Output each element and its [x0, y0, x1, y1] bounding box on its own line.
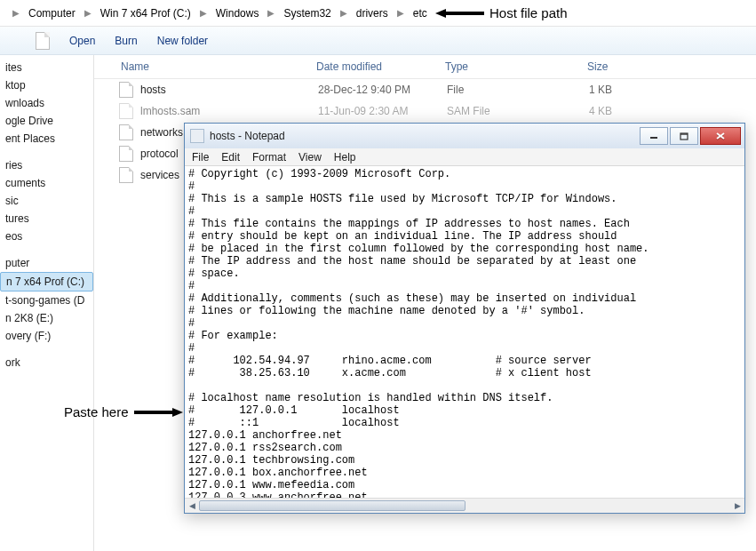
sidebar-item[interactable]: ktop [0, 76, 93, 94]
sidebar: ites ktop wnloads ogle Drive ent Places … [0, 55, 94, 551]
sidebar-item[interactable]: puter [0, 254, 93, 272]
minimize-button[interactable] [640, 127, 668, 145]
notepad-icon [190, 129, 204, 143]
file-size: 1 KB [589, 84, 678, 96]
sidebar-item[interactable]: ent Places [0, 130, 93, 148]
breadcrumb-item[interactable]: Computer [25, 5, 79, 21]
annotation-paste-here: Paste here [64, 404, 183, 419]
sidebar-item[interactable]: t-song-games (D [0, 291, 93, 309]
file-name: lmhosts.sam [140, 105, 318, 117]
chevron-right-icon: ▶ [335, 8, 353, 18]
sidebar-item[interactable]: n 2K8 (E:) [0, 309, 93, 327]
file-icon [119, 167, 133, 183]
sidebar-item[interactable]: ork [0, 354, 93, 371]
col-date[interactable]: Date modified [316, 60, 445, 73]
chevron-right-icon: ▶ [195, 8, 212, 18]
file-icon [119, 124, 133, 140]
file-type: File [447, 84, 589, 96]
file-type: SAM File [447, 105, 589, 117]
file-row[interactable]: hosts 28-Dec-12 9:40 PM File 1 KB [94, 79, 756, 100]
sidebar-item[interactable]: tures [0, 210, 93, 228]
sidebar-item[interactable]: overy (F:) [0, 327, 93, 345]
maximize-button[interactable] [670, 127, 698, 145]
h-scrollbar[interactable]: ◀ ▶ [185, 498, 744, 513]
sidebar-item-selected[interactable]: n 7 x64 Prof (C:) [0, 272, 93, 291]
scroll-thumb[interactable] [199, 500, 466, 511]
file-size: 4 KB [589, 105, 678, 117]
arrow-left-icon [435, 7, 484, 20]
breadcrumb-item[interactable]: Win 7 x64 Prof (C:) [97, 5, 195, 21]
breadcrumb-item[interactable]: etc [410, 5, 431, 21]
burn-button[interactable]: Burn [115, 35, 137, 47]
file-icon [119, 146, 133, 162]
chevron-right-icon: ▶ [7, 8, 25, 18]
file-row[interactable]: lmhosts.sam 11-Jun-09 2:30 AM SAM File 4… [94, 100, 756, 122]
breadcrumb-item[interactable]: Windows [212, 5, 263, 21]
scroll-left-icon[interactable]: ◀ [186, 500, 198, 511]
breadcrumb-item[interactable]: System32 [280, 5, 334, 21]
notepad-window: hosts - Notepad File Edit Format View He… [184, 123, 745, 514]
window-title: hosts - Notepad [210, 130, 285, 142]
column-headers: Name Date modified Type Size [94, 55, 756, 79]
col-name[interactable]: Name [94, 60, 316, 73]
file-date: 28-Dec-12 9:40 PM [318, 84, 447, 96]
open-button[interactable]: Open [69, 35, 95, 47]
toolbar: Open Burn New folder [0, 27, 756, 55]
file-date: 11-Jun-09 2:30 AM [318, 105, 447, 117]
new-folder-button[interactable]: New folder [157, 35, 208, 47]
menu-view[interactable]: View [298, 151, 322, 164]
col-size[interactable]: Size [587, 60, 676, 73]
scroll-right-icon[interactable]: ▶ [731, 500, 744, 511]
chevron-right-icon: ▶ [79, 8, 97, 18]
sidebar-item[interactable]: cuments [0, 174, 93, 192]
file-icon [119, 103, 133, 119]
menu-edit[interactable]: Edit [221, 151, 240, 164]
menu-help[interactable]: Help [334, 151, 356, 164]
menu-format[interactable]: Format [252, 151, 286, 164]
close-button[interactable] [700, 127, 741, 145]
arrow-right-icon [134, 406, 183, 419]
chevron-right-icon: ▶ [392, 8, 410, 18]
annotation-label: Paste here [64, 404, 129, 419]
sidebar-item[interactable]: ogle Drive [0, 112, 93, 130]
notepad-textarea[interactable]: # Copyright (c) 1993-2009 Microsoft Corp… [185, 166, 744, 498]
file-name: hosts [140, 84, 318, 96]
notepad-titlebar[interactable]: hosts - Notepad [185, 124, 744, 148]
breadcrumb[interactable]: ▶ Computer ▶ Win 7 x64 Prof (C:) ▶ Windo… [0, 0, 756, 27]
col-type[interactable]: Type [445, 60, 587, 73]
sidebar-item[interactable]: eos [0, 228, 93, 245]
file-icon [119, 82, 133, 98]
annotation-host-path: Host file path [435, 5, 568, 20]
sidebar-item[interactable]: sic [0, 192, 93, 210]
annotation-label: Host file path [489, 5, 568, 20]
chevron-right-icon: ▶ [262, 8, 280, 18]
page-icon [36, 32, 50, 50]
notepad-menu: File Edit Format View Help [185, 148, 744, 166]
menu-file[interactable]: File [192, 151, 209, 164]
sidebar-item[interactable]: ites [0, 59, 93, 76]
sidebar-item[interactable]: ries [0, 156, 93, 174]
sidebar-item[interactable]: wnloads [0, 94, 93, 112]
breadcrumb-item[interactable]: drivers [353, 5, 392, 21]
